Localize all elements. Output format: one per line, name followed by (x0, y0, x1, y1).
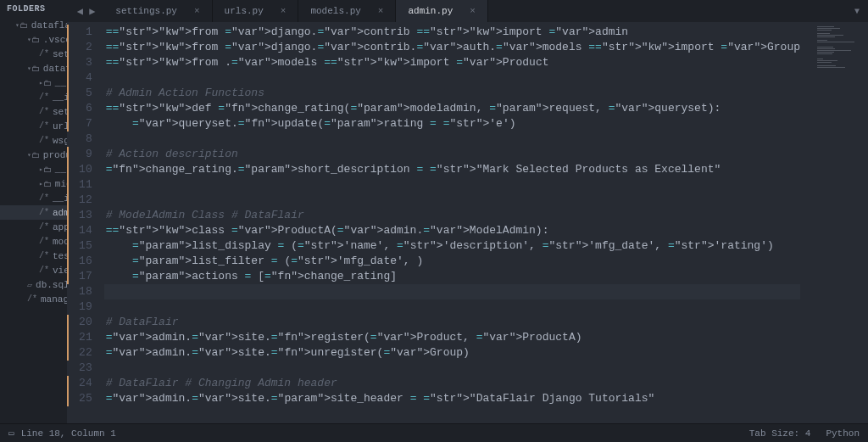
code-line[interactable]: ="var">queryset.="fn">update(="param">ra… (104, 116, 800, 131)
folder-item[interactable]: ▸🗀migrations (0, 176, 67, 191)
code-line[interactable]: ="fn">change_rating.="param">short_descr… (104, 162, 800, 177)
code-line[interactable] (104, 177, 800, 193)
file-icon: /* (39, 136, 49, 145)
folder-icon: 🗀 (31, 35, 40, 45)
tree-item-label: dataflairadmin (43, 64, 67, 74)
file-item[interactable]: ▱db.sqlite3 (0, 277, 67, 292)
tree-item-label: settings.py (53, 107, 67, 117)
tab-admin-py[interactable]: admin.py× (396, 0, 487, 22)
code-line[interactable]: =="str">"kw">from ="var">django.="var">c… (104, 40, 800, 55)
tree-item-label: tests.py (53, 251, 67, 261)
file-item[interactable]: /*models.py (0, 234, 67, 249)
panel-switcher-icon[interactable]: ▭ (8, 428, 14, 439)
file-item[interactable]: /*__init__.py (0, 90, 67, 104)
code-line[interactable]: =="str">"kw">from .="var">models =="str"… (104, 55, 800, 70)
file-icon: /* (27, 294, 37, 304)
tree-item-label: settings.json (53, 49, 67, 59)
status-bar: ▭ Line 18, Column 1 Tab Size: 4 Python (0, 423, 868, 442)
folder-icon: 🗀 (43, 78, 52, 88)
code-line[interactable] (104, 193, 800, 208)
code-line[interactable]: ="param">actions = [="fn">change_rating] (104, 269, 800, 284)
code-line[interactable]: ="param">list_filter = (="str">'mfg_date… (104, 254, 800, 269)
file-item[interactable]: /*views.py (0, 263, 67, 277)
editor-area: ◀ ▶ settings.py×urls.py×models.py×admin.… (67, 0, 868, 423)
tab-close-icon[interactable]: × (281, 6, 287, 16)
tree-item-label: __pycache__ (55, 165, 67, 175)
tab-close-icon[interactable]: × (378, 6, 384, 16)
file-item[interactable]: /*wsgi.py (0, 133, 67, 148)
code-line[interactable]: # Action description (104, 147, 800, 162)
tree-item-label: dataflairadmin (31, 20, 67, 31)
db-icon: ▱ (27, 280, 32, 290)
code-line[interactable] (104, 131, 800, 147)
code-line[interactable]: ="var">admin.="var">site.="fn">register(… (104, 330, 800, 345)
tree-item-label: migrations (55, 179, 67, 189)
file-icon: /* (39, 222, 49, 232)
tree-item-label: db.sqlite3 (36, 280, 67, 290)
folder-item[interactable]: ▾🗀products (0, 148, 67, 162)
file-item[interactable]: /*settings.py (0, 104, 67, 119)
code-line[interactable] (104, 284, 800, 299)
tree-item-label: models.py (53, 237, 67, 247)
tree-item-label: __init__.py (53, 193, 67, 204)
folder-tree: ▾🗀dataflairadmin▾🗀.vscode/*settings.json… (0, 18, 67, 423)
code-line[interactable]: # Admin Action Functions (104, 86, 800, 101)
folder-icon: 🗀 (43, 179, 52, 189)
folder-item[interactable]: ▸🗀__pycache__ (0, 162, 67, 176)
tab-size-indicator[interactable]: Tab Size: 4 (749, 428, 811, 439)
file-icon: /* (39, 251, 49, 260)
code-line[interactable]: # DataFlair (104, 315, 800, 330)
tree-item-label: __init__.py (53, 92, 67, 103)
folder-item[interactable]: ▾🗀dataflairadmin (0, 18, 67, 32)
minimap[interactable] (800, 22, 868, 423)
file-icon: /* (39, 92, 49, 102)
tree-item-label: admin.py (53, 208, 67, 218)
tab-label: urls.py (225, 6, 264, 16)
code-line[interactable] (104, 361, 800, 376)
cursor-position[interactable]: Line 18, Column 1 (21, 428, 116, 439)
file-icon: /* (39, 121, 49, 131)
tab-close-icon[interactable]: × (194, 6, 200, 16)
code-line[interactable]: ="var">admin.="var">site.="param">site_h… (104, 391, 800, 406)
file-item[interactable]: /*tests.py (0, 249, 67, 263)
code-line[interactable]: =="str">"kw">class ="var">ProductA(="var… (104, 223, 800, 238)
file-icon: /* (39, 49, 49, 59)
code-line[interactable]: ="var">admin.="var">site.="fn">unregiste… (104, 345, 800, 361)
code-editor[interactable]: =="str">"kw">from ="var">django.="var">c… (104, 22, 800, 423)
file-item[interactable]: /*__init__.py (0, 191, 67, 205)
tab-nav-arrows[interactable]: ◀ ▶ (77, 5, 96, 18)
tree-item-label: views.py (53, 266, 67, 276)
file-icon: /* (39, 107, 49, 116)
tree-item-label: manage.py (41, 294, 67, 305)
tab-models-py[interactable]: models.py× (298, 0, 396, 22)
tab-overflow-icon[interactable]: ▼ (854, 7, 860, 16)
tab-settings-py[interactable]: settings.py× (103, 0, 212, 22)
file-item[interactable]: /*settings.json (0, 47, 67, 61)
code-line[interactable]: =="str">"kw">from ="var">django.="var">c… (104, 25, 800, 40)
file-icon: /* (39, 237, 49, 246)
folder-item[interactable]: ▾🗀dataflairadmin (0, 61, 67, 76)
code-line[interactable]: =="str">"kw">def ="fn">change_rating(="p… (104, 101, 800, 116)
file-item[interactable]: /*manage.py (0, 292, 67, 306)
file-item[interactable]: /*admin.py (0, 205, 67, 220)
file-icon: /* (39, 193, 49, 203)
line-number-gutter: 1234567891011121314151617181920212223242… (67, 22, 104, 423)
tab-label: models.py (310, 6, 360, 16)
file-item[interactable]: /*urls.py (0, 119, 67, 133)
tab-close-icon[interactable]: × (470, 6, 476, 16)
folder-icon: 🗀 (31, 64, 40, 74)
code-line[interactable] (104, 70, 800, 86)
folder-sidebar: FOLDERS ▾🗀dataflairadmin▾🗀.vscode/*setti… (0, 0, 67, 423)
code-line[interactable]: ="param">list_display = (="str">'name', … (104, 238, 800, 254)
code-line[interactable] (104, 299, 800, 315)
tab-label: settings.py (115, 6, 177, 16)
folder-item[interactable]: ▸🗀__pycache__ (0, 76, 67, 90)
file-item[interactable]: /*apps.py (0, 220, 67, 234)
tab-urls-py[interactable]: urls.py× (213, 0, 299, 22)
tree-item-label: .vscode (43, 35, 67, 45)
code-line[interactable]: # DataFlair # Changing Admin header (104, 376, 800, 391)
language-indicator[interactable]: Python (826, 428, 860, 439)
code-line[interactable]: # ModelAdmin Class # DataFlair (104, 208, 800, 223)
folder-item[interactable]: ▾🗀.vscode (0, 32, 67, 47)
folder-icon: 🗀 (43, 165, 52, 175)
